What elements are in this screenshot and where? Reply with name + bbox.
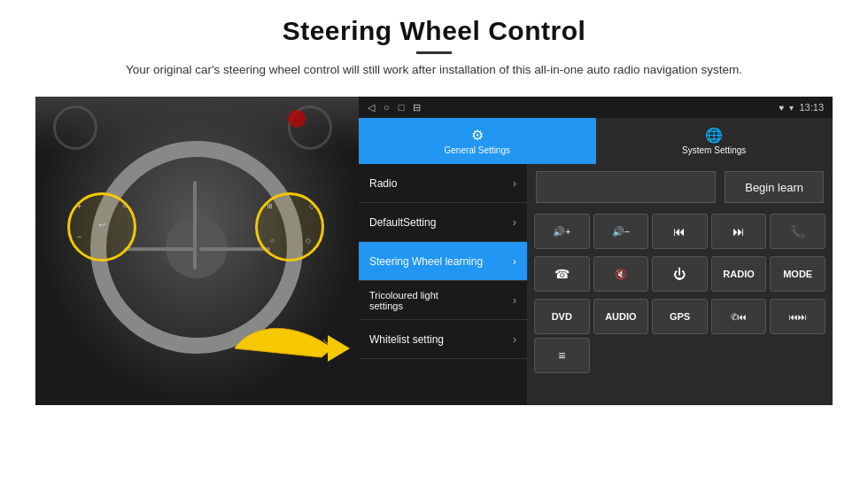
menu-item-radio[interactable]: Radio › xyxy=(359,164,527,203)
mute-icon: 🔇 xyxy=(615,269,627,280)
title-divider xyxy=(416,51,452,54)
mute-button[interactable]: 🔇 xyxy=(593,256,649,292)
vol-down-icon: 🔊− xyxy=(612,226,630,238)
right-panel: Begin learn 🔊+ 🔊− ⏮ xyxy=(527,164,833,405)
power-icon: ⏻ xyxy=(673,267,686,281)
location-icon: ♥ xyxy=(779,103,785,113)
globe-icon: 🌐 xyxy=(705,127,723,144)
controls-row-4: ≡ xyxy=(527,338,833,377)
chevron-right-icon: › xyxy=(513,294,516,307)
nav-icons: ◁ ○ □ ⊟ xyxy=(368,102,421,113)
audio-button[interactable]: AUDIO xyxy=(593,299,649,334)
tab-bar: ⚙ General Settings 🌐 System Settings xyxy=(359,118,833,164)
android-screen: ◁ ○ □ ⊟ ♥ ▾ 13:13 ⚙ General Settings xyxy=(359,97,833,405)
menu-icon[interactable]: ⊟ xyxy=(413,102,421,113)
radio-label: RADIO xyxy=(723,269,754,279)
begin-learn-button[interactable]: Begin learn xyxy=(725,171,824,203)
left-menu: Radio › DefaultSetting › Steering Wheel … xyxy=(359,164,527,405)
main-content: Radio › DefaultSetting › Steering Wheel … xyxy=(359,164,833,405)
tab-general-label: General Settings xyxy=(445,145,511,155)
menu-tricoloured-label: Tricoloured lightsettings xyxy=(369,290,438,311)
empty-input-box xyxy=(536,171,716,203)
controls-row-3: DVD AUDIO GPS ✆⏮ ⏮⏭ xyxy=(527,295,833,338)
mode-label: MODE xyxy=(783,269,812,279)
clock: 13:13 xyxy=(799,102,824,113)
home-icon[interactable]: ○ xyxy=(384,102,390,113)
content-row: + ≈ − ↩ ⊞ ◇ ○ ◇ xyxy=(35,97,833,405)
tab-system-settings[interactable]: 🌐 System Settings xyxy=(596,118,833,164)
controls-row-1: 🔊+ 🔊− ⏮ ⏭ 📞 xyxy=(527,210,833,253)
next-track-icon: ⏭ xyxy=(732,224,745,238)
chevron-right-icon: › xyxy=(513,216,516,229)
phone-prev-button[interactable]: ✆⏮ xyxy=(711,299,767,334)
menu-item-tricoloured[interactable]: Tricoloured lightsettings › xyxy=(359,281,527,320)
page-title: Steering Wheel Control xyxy=(126,16,742,46)
list-icon: ≡ xyxy=(558,348,565,363)
next-track-button[interactable]: ⏭ xyxy=(711,214,767,249)
dvd-label: DVD xyxy=(552,311,572,322)
menu-item-steering-wheel[interactable]: Steering Wheel learning › xyxy=(359,242,527,281)
call-button[interactable]: 📞 xyxy=(770,214,825,249)
skip-icon: ⏮⏭ xyxy=(789,312,807,322)
dvd-button[interactable]: DVD xyxy=(534,299,590,334)
svg-marker-0 xyxy=(328,335,350,362)
mode-button[interactable]: MODE xyxy=(770,256,825,292)
tab-general-settings[interactable]: ⚙ General Settings xyxy=(359,118,596,164)
menu-item-default-setting[interactable]: DefaultSetting › xyxy=(359,203,527,242)
prev-track-button[interactable]: ⏮ xyxy=(652,214,708,249)
list-button[interactable]: ≡ xyxy=(534,338,590,373)
page-container: Steering Wheel Control Your original car… xyxy=(0,0,868,500)
menu-radio-label: Radio xyxy=(369,177,397,190)
chevron-right-icon: › xyxy=(513,255,516,268)
prev-track-icon: ⏮ xyxy=(673,224,686,238)
hangup-icon: ☎ xyxy=(554,267,570,281)
recents-icon[interactable]: □ xyxy=(399,102,405,113)
subtitle: Your original car's steering wheel contr… xyxy=(126,61,742,79)
highlight-circle-left: + ≈ − ↩ xyxy=(67,192,136,262)
audio-label: AUDIO xyxy=(605,311,636,322)
top-row: Begin learn xyxy=(527,164,833,210)
phone-prev-icon: ✆⏮ xyxy=(731,312,747,322)
vol-up-icon: 🔊+ xyxy=(553,226,570,238)
hangup-button[interactable]: ☎ xyxy=(534,256,590,292)
vol-down-button[interactable]: 🔊− xyxy=(593,214,649,249)
status-bar: ◁ ○ □ ⊟ ♥ ▾ 13:13 xyxy=(359,97,833,118)
highlight-circle-right: ⊞ ◇ ○ ◇ xyxy=(255,192,324,262)
signal-icon: ▾ xyxy=(789,103,794,113)
skip-button[interactable]: ⏮⏭ xyxy=(770,299,825,334)
back-icon[interactable]: ◁ xyxy=(368,102,375,113)
tab-system-label: System Settings xyxy=(682,145,746,155)
phone-icon: 📞 xyxy=(790,224,805,238)
menu-default-label: DefaultSetting xyxy=(369,216,436,229)
menu-steering-label: Steering Wheel learning xyxy=(369,255,483,268)
arrow xyxy=(226,313,350,387)
vol-up-button[interactable]: 🔊+ xyxy=(534,214,590,249)
chevron-right-icon: › xyxy=(513,333,516,346)
menu-item-whitelist[interactable]: Whitelist setting › xyxy=(359,320,527,359)
radio-button[interactable]: RADIO xyxy=(711,256,767,292)
chevron-right-icon: › xyxy=(513,177,516,190)
gps-button[interactable]: GPS xyxy=(652,299,708,334)
status-right: ♥ ▾ 13:13 xyxy=(779,102,824,113)
steering-wheel-image: + ≈ − ↩ ⊞ ◇ ○ ◇ xyxy=(35,97,359,405)
menu-whitelist-label: Whitelist setting xyxy=(369,333,444,346)
power-button[interactable]: ⏻ xyxy=(652,256,708,292)
gps-label: GPS xyxy=(670,311,690,322)
gear-icon: ⚙ xyxy=(471,127,484,144)
controls-row-2: ☎ 🔇 ⏻ RADIO MODE xyxy=(527,253,833,295)
title-section: Steering Wheel Control Your original car… xyxy=(126,16,742,90)
